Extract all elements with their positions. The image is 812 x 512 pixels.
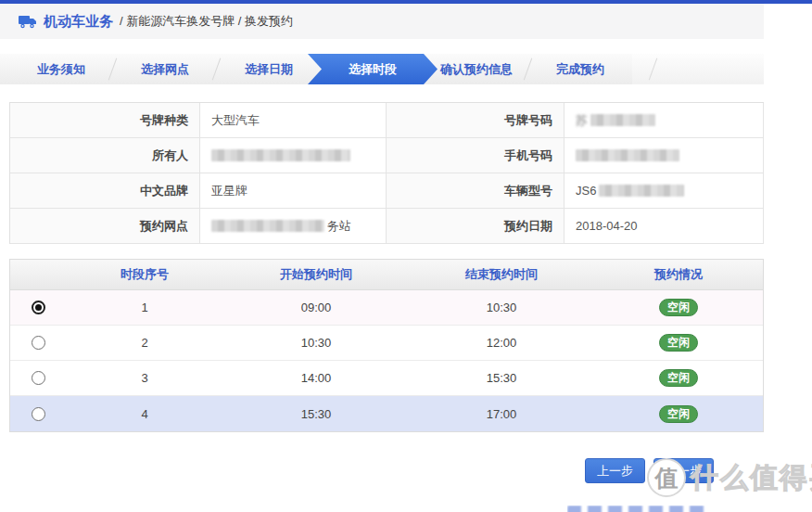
col-start-header: 开始预约时间 <box>223 260 409 289</box>
model-value: JS6 <box>565 173 764 209</box>
model-label: 车辆型号 <box>387 173 565 209</box>
step-tab-confirm[interactable]: 确认预约信息 <box>425 54 528 84</box>
status-badge: 空闲 <box>659 299 698 316</box>
redacted-block <box>211 220 324 232</box>
step-tabs-filler <box>632 54 764 84</box>
breadcrumb-root-link[interactable]: 机动车业务 <box>44 13 113 31</box>
plate-type-value: 大型汽车 <box>200 103 387 138</box>
radio-column-header <box>10 260 66 289</box>
timeslot-row-4[interactable]: 4 15:30 17:00 空闲 <box>10 396 763 431</box>
site-value: 务站 <box>200 209 387 244</box>
step-tab-done[interactable]: 完成预约 <box>528 54 632 84</box>
owner-label: 所有人 <box>10 138 200 173</box>
brand-value: 亚星牌 <box>200 173 387 209</box>
status-badge: 空闲 <box>659 369 698 387</box>
step-tab-timeslot-active[interactable]: 选择时段 <box>308 54 438 84</box>
redacted-block <box>590 114 655 126</box>
timeslot-radio-1[interactable] <box>32 301 45 314</box>
breadcrumb: 机动车业务 / 新能源汽车换发号牌 / 换发预约 <box>0 4 764 39</box>
brand-label: 中文品牌 <box>10 173 200 209</box>
timeslot-row-2[interactable]: 2 10:30 12:00 空闲 <box>10 326 763 361</box>
previous-step-button[interactable]: 上一步 <box>585 458 645 483</box>
phone-label: 手机号码 <box>387 138 565 173</box>
timeslot-table-header: 时段序号 开始预约时间 结束预约时间 预约情况 <box>10 260 763 290</box>
start-time-cell: 15:30 <box>223 396 409 431</box>
date-value: 2018-04-20 <box>565 209 764 244</box>
timeslot-radio-4[interactable] <box>32 407 45 421</box>
page: 机动车业务 / 新能源汽车换发号牌 / 换发预约 业务须知 选择网点 选择日期 … <box>0 4 764 483</box>
end-time-cell: 10:30 <box>409 290 594 325</box>
timeslot-radio-3[interactable] <box>32 371 45 385</box>
info-row: 所有人 手机号码 <box>10 138 764 173</box>
step-tabs: 业务须知 选择网点 选择日期 选择时段 确认预约信息 完成预约 <box>0 54 764 84</box>
step-tab-notice[interactable]: 业务须知 <box>9 54 113 84</box>
phone-value <box>565 138 764 173</box>
plate-type-label: 号牌种类 <box>10 103 200 138</box>
end-time-cell: 12:00 <box>409 326 594 360</box>
wizard-actions: 上一步 下一步 <box>0 458 764 483</box>
seq-cell: 1 <box>66 290 223 325</box>
timeslot-row-1[interactable]: 1 09:00 10:30 空闲 <box>10 290 763 326</box>
redacted-block <box>211 149 350 161</box>
end-time-cell: 17:00 <box>409 396 594 431</box>
info-row: 号牌种类 大型汽车 号牌号码 苏 <box>10 103 764 138</box>
seq-cell: 4 <box>66 396 223 431</box>
plate-number-label: 号牌号码 <box>387 103 565 138</box>
site-label: 预约网点 <box>10 209 200 244</box>
end-time-cell: 15:30 <box>409 361 594 395</box>
col-seq-header: 时段序号 <box>66 260 223 289</box>
start-time-cell: 10:30 <box>223 326 409 360</box>
info-row: 预约网点 务站 预约日期 2018-04-20 <box>10 209 764 244</box>
timeslot-table: 时段序号 开始预约时间 结束预约时间 预约情况 1 09:00 10:30 空闲… <box>9 259 764 432</box>
owner-value <box>200 138 387 173</box>
seq-cell: 3 <box>66 361 223 395</box>
info-row: 中文品牌 亚星牌 车辆型号 JS6 <box>10 173 764 209</box>
col-end-header: 结束预约时间 <box>409 260 594 289</box>
start-time-cell: 09:00 <box>223 290 409 325</box>
step-tab-date[interactable]: 选择日期 <box>217 54 321 84</box>
timeslot-row-3[interactable]: 3 14:00 15:30 空闲 <box>10 361 763 396</box>
cutoff-text-artifact <box>567 506 706 512</box>
truck-icon <box>19 15 37 29</box>
site-suffix: 务站 <box>327 218 351 235</box>
timeslot-radio-2[interactable] <box>32 336 45 350</box>
seq-cell: 2 <box>66 326 223 360</box>
status-badge: 空闲 <box>659 334 698 352</box>
model-prefix: JS6 <box>576 184 596 198</box>
plate-number-value: 苏 <box>565 103 764 138</box>
plate-number-prefix: 苏 <box>576 112 588 129</box>
status-badge: 空闲 <box>659 405 698 423</box>
next-step-button[interactable]: 下一步 <box>653 458 714 483</box>
date-label: 预约日期 <box>387 209 565 244</box>
booking-info-table: 号牌种类 大型汽车 号牌号码 苏 所有人 手机号码 中文品牌 亚星牌 车辆型号 … <box>9 102 764 244</box>
redacted-block <box>599 185 684 197</box>
redacted-block <box>576 149 679 161</box>
col-status-header: 预约情况 <box>594 260 763 289</box>
step-tab-site[interactable]: 选择网点 <box>113 54 217 84</box>
breadcrumb-path: / 新能源汽车换发号牌 / 换发预约 <box>120 13 293 30</box>
start-time-cell: 14:00 <box>223 361 409 395</box>
